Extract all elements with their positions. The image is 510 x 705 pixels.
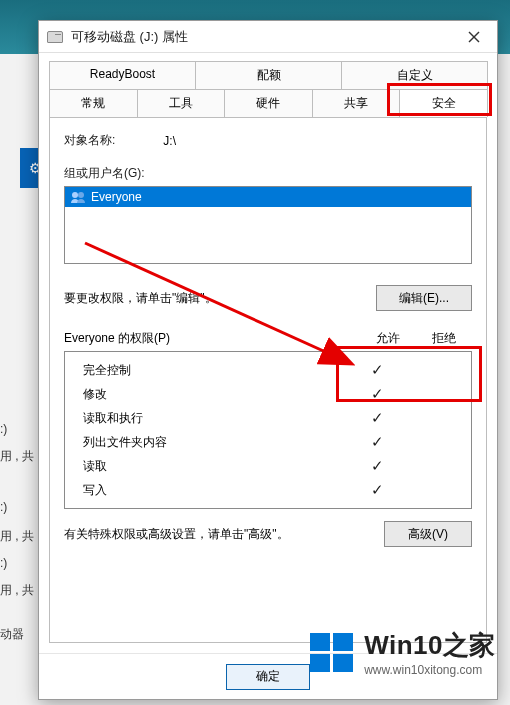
- object-name-label: 对象名称:: [64, 132, 115, 149]
- permission-allow: ✓: [349, 361, 405, 379]
- permission-row: 列出文件夹内容✓: [75, 430, 461, 454]
- permission-name: 读取: [75, 458, 349, 475]
- svg-rect-6: [333, 633, 353, 651]
- permissions-deny-header: 拒绝: [416, 330, 472, 347]
- permissions-allow-header: 允许: [360, 330, 416, 347]
- permission-allow: ✓: [349, 409, 405, 427]
- dialog-title: 可移动磁盘 (J:) 属性: [71, 28, 459, 46]
- tab-readyboost[interactable]: ReadyBoost: [49, 61, 196, 89]
- permission-row: 读取✓: [75, 454, 461, 478]
- close-button[interactable]: [459, 25, 489, 49]
- bg-text: 动器: [0, 626, 24, 643]
- bg-text: :): [0, 500, 7, 514]
- permission-allow: ✓: [349, 433, 405, 451]
- watermark-url: www.win10xitong.com: [364, 663, 482, 677]
- windows-logo-icon: [308, 629, 356, 677]
- user-list-item-everyone[interactable]: Everyone: [65, 187, 471, 207]
- bg-text: :): [0, 556, 7, 570]
- bg-text: 用 , 共: [0, 582, 34, 599]
- advanced-hint: 有关特殊权限或高级设置，请单击"高级"。: [64, 526, 384, 543]
- permission-row: 读取和执行✓: [75, 406, 461, 430]
- tab-body-security: 对象名称: J:\ 组或用户名(G): Everyone 要更改权限，请单击"编…: [49, 117, 487, 643]
- permissions-table: 完全控制✓修改✓读取和执行✓列出文件夹内容✓读取✓写入✓: [64, 351, 472, 509]
- permission-allow: ✓: [349, 481, 405, 499]
- watermark-title: Win10之家: [364, 628, 496, 663]
- permissions-header-label: Everyone 的权限(P): [64, 330, 360, 347]
- advanced-button[interactable]: 高级(V): [384, 521, 472, 547]
- svg-point-2: [72, 192, 78, 198]
- ok-button[interactable]: 确定: [226, 664, 310, 690]
- groups-label: 组或用户名(G):: [64, 166, 145, 180]
- edit-button[interactable]: 编辑(E)...: [376, 285, 472, 311]
- permission-allow: ✓: [349, 457, 405, 475]
- permission-row: 写入✓: [75, 478, 461, 502]
- bg-text: :): [0, 422, 7, 436]
- properties-dialog: 可移动磁盘 (J:) 属性 ReadyBoost 配额 自定义 常规 工具 硬件…: [38, 20, 498, 700]
- tab-customize[interactable]: 自定义: [341, 61, 488, 89]
- edit-hint: 要更改权限，请单击"编辑"。: [64, 290, 376, 307]
- user-list-item-label: Everyone: [91, 190, 142, 204]
- bg-text: 用 , 共: [0, 448, 34, 465]
- drive-icon: [47, 31, 63, 43]
- tabs-area: ReadyBoost 配额 自定义 常规 工具 硬件 共享 安全: [39, 53, 497, 117]
- group-icon: [69, 190, 87, 204]
- svg-rect-5: [310, 633, 330, 651]
- permission-name: 列出文件夹内容: [75, 434, 349, 451]
- permission-name: 完全控制: [75, 362, 349, 379]
- tab-general[interactable]: 常规: [49, 89, 138, 117]
- user-list[interactable]: Everyone: [64, 186, 472, 264]
- permission-allow: ✓: [349, 385, 405, 403]
- permission-name: 读取和执行: [75, 410, 349, 427]
- watermark: Win10之家 www.win10xitong.com: [308, 628, 496, 677]
- svg-point-3: [78, 192, 84, 198]
- tab-tools[interactable]: 工具: [137, 89, 226, 117]
- object-name-value: J:\: [163, 134, 176, 148]
- permission-row: 修改✓: [75, 382, 461, 406]
- close-icon: [468, 31, 480, 43]
- tab-quota[interactable]: 配额: [195, 61, 342, 89]
- tab-hardware[interactable]: 硬件: [224, 89, 313, 117]
- titlebar: 可移动磁盘 (J:) 属性: [39, 21, 497, 53]
- tab-security[interactable]: 安全: [399, 89, 488, 117]
- tab-sharing[interactable]: 共享: [312, 89, 401, 117]
- bg-text: 用 , 共: [0, 528, 34, 545]
- permission-row: 完全控制✓: [75, 358, 461, 382]
- svg-rect-8: [333, 654, 353, 672]
- permission-name: 写入: [75, 482, 349, 499]
- permission-name: 修改: [75, 386, 349, 403]
- svg-rect-7: [310, 654, 330, 672]
